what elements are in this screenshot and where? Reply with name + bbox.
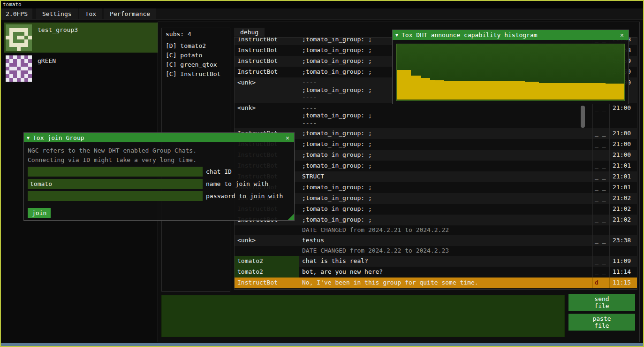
message-time: 11:09	[610, 256, 637, 267]
contact-avatar	[6, 55, 32, 82]
histogram-bar	[430, 80, 435, 100]
chat-row[interactable]: InstructBot;tomato_in_group: ;_ _21:00	[235, 139, 637, 150]
chat-row[interactable]: tomato2bot, are you new here?_ _11:14	[235, 267, 637, 278]
avatar-pixel	[17, 67, 21, 70]
avatar-pixel	[21, 28, 24, 32]
chat-row[interactable]: InstructBot;tomato_in_group: ;_ _21:00	[235, 128, 637, 139]
avatar-pixel	[21, 70, 24, 74]
avatar-pixel	[17, 39, 21, 43]
chat-row[interactable]: InstructBotNo, I've been in this group f…	[235, 278, 637, 288]
message-input[interactable]	[161, 295, 565, 337]
menu-item-tox[interactable]: Tox	[79, 8, 102, 19]
avatar-pixel	[28, 70, 32, 74]
chat-row[interactable]: tomato2chat is this real?_ _11:09	[235, 256, 637, 267]
join-button[interactable]: join	[28, 208, 51, 218]
resize-grip[interactable]	[288, 214, 294, 220]
histogram-bar	[572, 83, 577, 100]
avatar-pixel	[9, 67, 13, 70]
message-flags: _ _	[593, 139, 610, 150]
avatar-pixel	[24, 47, 28, 51]
avatar-pixel	[28, 24, 32, 28]
member-item[interactable]: [C] InstructBot	[166, 69, 226, 79]
join-field-label: chat ID	[206, 168, 232, 175]
collapse-arrow-icon[interactable]: ▼	[27, 135, 30, 140]
message-text: ;tomato_in_group: ;	[299, 161, 593, 171]
histogram-bar	[615, 84, 620, 100]
paste-file-button[interactable]: paste file	[568, 314, 635, 331]
histogram-bar	[411, 76, 416, 100]
join-field-label: name to join with	[206, 180, 268, 187]
message-text: ;tomato_in_group: ;	[299, 150, 593, 161]
message-time: 21:00	[610, 103, 637, 128]
avatar-pixel	[28, 36, 32, 39]
join-window-titlebar[interactable]: ▼ Tox join Group ✕	[24, 133, 294, 142]
member-item[interactable]: [C] potato	[166, 51, 226, 60]
histogram-bar	[402, 70, 406, 100]
join-input-chat-ID[interactable]	[28, 167, 203, 177]
avatar-pixel	[17, 63, 21, 67]
join-field-row: name to join with	[28, 179, 290, 189]
chat-row[interactable]: <unk>----;tomato_in_group: ;----_ _21:00	[235, 103, 637, 128]
avatar-pixel	[6, 24, 9, 28]
join-input-name-to-join-with[interactable]	[28, 179, 203, 189]
histogram-bar	[473, 81, 477, 100]
histogram-bar	[534, 82, 539, 100]
histogram-bar	[530, 82, 534, 100]
avatar-pixel	[24, 74, 28, 78]
chat-row[interactable]: <unk>testus_ _23:38	[235, 235, 637, 246]
paste-file-label-line1: paste	[592, 315, 611, 322]
close-icon[interactable]: ✕	[284, 134, 291, 141]
message-text: ;tomato_in_group: ;	[299, 193, 593, 204]
avatar-pixel	[24, 39, 28, 43]
avatar-pixel	[17, 55, 21, 59]
chat-row[interactable]: InstructBot;tomato_in_group: ;_ _21:01	[235, 182, 637, 193]
chat-row[interactable]: InstructBot;tomato_in_group: ;_ _21:01	[235, 161, 637, 171]
message-flags: _ _	[593, 171, 610, 182]
histogram-bar	[544, 83, 548, 100]
sender-name: tomato2	[235, 256, 299, 267]
tab-debug[interactable]: debug	[234, 28, 265, 37]
message-text: STRUCT	[299, 171, 593, 182]
menu-item-performance[interactable]: Performance	[104, 8, 156, 19]
message-time: 11:14	[610, 267, 637, 278]
member-item[interactable]: [D] tomato2	[166, 41, 226, 51]
avatar-pixel	[24, 55, 28, 59]
chat-row[interactable]: InstructBot;tomato_in_group: ;_ _21:00	[235, 150, 637, 161]
send-file-button[interactable]: send file	[568, 294, 635, 311]
sender-name	[235, 246, 299, 256]
avatar-pixel	[13, 70, 17, 74]
message-flags: _ _	[593, 267, 610, 278]
contact-test_group3[interactable]: test_group3	[4, 23, 158, 53]
avatar-pixel	[9, 74, 13, 78]
member-item[interactable]: [C] green_qtox	[166, 60, 226, 69]
chat-row[interactable]: InstructBot;tomato_in_group: ;_ _21:02	[235, 215, 637, 225]
histogram-window-titlebar[interactable]: ▼ Tox DHT announce capability histogram …	[393, 30, 629, 40]
contact-gREEN[interactable]: gREEN	[4, 54, 158, 84]
avatar-pixel	[17, 74, 21, 78]
chat-scrollbar[interactable]	[581, 106, 585, 128]
histogram-bar	[506, 81, 511, 100]
join-input-password-to-join-with[interactable]	[28, 191, 203, 201]
avatar-pixel	[28, 47, 32, 51]
avatar-pixel	[13, 59, 17, 63]
sender-name: InstructBot	[235, 278, 299, 288]
histogram-plot[interactable]	[396, 44, 625, 101]
message-text: ;tomato_in_group: ;	[299, 128, 593, 139]
avatar-pixel	[13, 32, 17, 36]
avatar-pixel	[28, 74, 32, 78]
chat-row[interactable]: InstructBotSTRUCT_ _21:01	[235, 171, 637, 182]
sender-name: <unk>	[235, 103, 299, 128]
chat-row[interactable]: InstructBot;tomato_in_group: ;_ _21:02	[235, 193, 637, 204]
histogram-bar	[586, 83, 591, 100]
histogram-bar	[563, 83, 568, 100]
avatar-pixel	[24, 67, 28, 70]
collapse-arrow-icon[interactable]: ▼	[395, 32, 398, 38]
avatar-pixel	[24, 28, 28, 32]
chat-row[interactable]: InstructBot;tomato_in_group: ;_ _21:02	[235, 204, 637, 215]
avatar-pixel	[28, 28, 32, 32]
avatar-pixel	[21, 43, 24, 47]
close-icon[interactable]: ✕	[618, 31, 626, 39]
date-text: DATE CHANGED from 2024.2.21 to 2024.2.22	[299, 225, 593, 235]
avatar-pixel	[6, 63, 9, 67]
menu-item-settings[interactable]: Settings	[36, 8, 78, 19]
